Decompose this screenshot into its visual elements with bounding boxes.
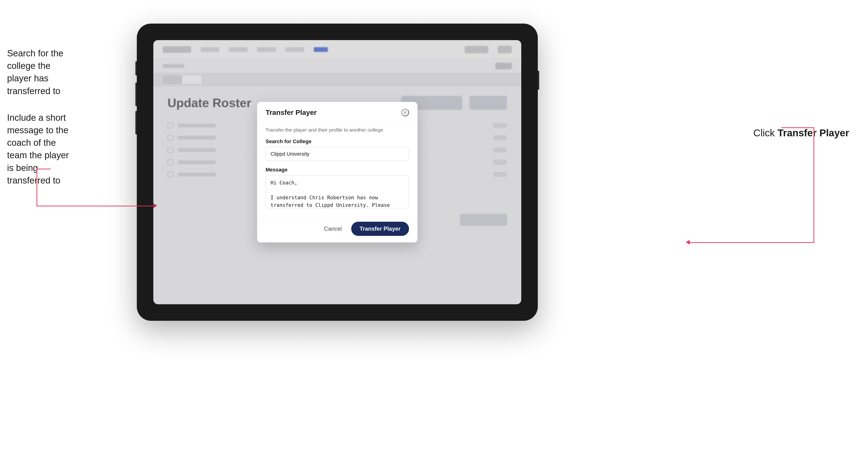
- modal-footer: Cancel Transfer Player: [257, 217, 417, 243]
- tablet-power-button: [538, 71, 539, 90]
- modal-body: Transfer the player and their profile to…: [257, 121, 417, 217]
- tablet-silent-button: [135, 61, 137, 75]
- right-arrow-vertical: [813, 127, 814, 243]
- transfer-player-modal: Transfer Player × Transfer the player an…: [257, 102, 417, 243]
- transfer-player-button[interactable]: Transfer Player: [351, 222, 409, 236]
- right-arrow-bottom-horizontal: [687, 242, 814, 243]
- tablet-device: Update Roster: [137, 24, 538, 321]
- left-bracket-bottom: [36, 206, 51, 206]
- search-college-input[interactable]: [266, 147, 409, 161]
- tablet-volume-down-button: [135, 111, 137, 134]
- annotation-click-text: Click: [753, 127, 778, 138]
- annotation-left: Search for the college the player has tr…: [7, 47, 73, 201]
- right-arrowhead: [686, 240, 690, 245]
- modal-overlay: Transfer Player × Transfer the player an…: [153, 40, 521, 304]
- message-label: Message: [266, 167, 409, 173]
- modal-header: Transfer Player ×: [257, 102, 417, 121]
- annotation-message-text: Include a short message to the coach of …: [7, 112, 73, 187]
- tablet-volume-up-button: [135, 83, 137, 106]
- cancel-button[interactable]: Cancel: [319, 223, 346, 235]
- left-bracket-vertical: [36, 168, 37, 206]
- left-arrow-horizontal: [50, 206, 156, 206]
- left-bracket-top: [36, 168, 51, 169]
- right-arrow-top-horizontal: [781, 127, 814, 128]
- tablet-screen: Update Roster: [153, 40, 521, 304]
- modal-title: Transfer Player: [266, 108, 317, 117]
- modal-close-button[interactable]: ×: [401, 109, 409, 116]
- search-college-label: Search for College: [266, 138, 409, 145]
- modal-description: Transfer the player and their profile to…: [266, 127, 409, 133]
- annotation-right: Click Transfer Player: [753, 127, 849, 139]
- annotation-search-text: Search for the college the player has tr…: [7, 47, 73, 97]
- message-textarea[interactable]: Hi Coach, I understand Chris Robertson h…: [266, 175, 409, 208]
